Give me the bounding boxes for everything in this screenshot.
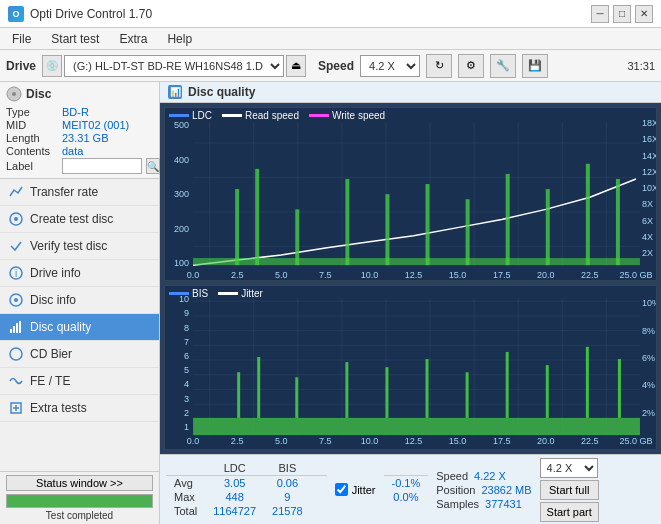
svg-rect-21 (345, 179, 349, 265)
disc-info-icon (8, 292, 24, 308)
save-button[interactable]: 💾 (522, 54, 548, 78)
content-area: 📊 Disc quality LDC Read speed (160, 82, 661, 524)
bottom-chart-legend: BIS Jitter (169, 288, 263, 299)
svg-text:2: 2 (184, 408, 189, 418)
status-window-button[interactable]: Status window >> (6, 475, 153, 491)
svg-text:8: 8 (184, 323, 189, 333)
disc-label-row: Label 🔍 (6, 158, 153, 174)
svg-text:8X: 8X (642, 199, 653, 209)
menu-start-test[interactable]: Start test (47, 31, 103, 47)
drive-select[interactable]: (G:) HL-DT-ST BD-RE WH16NS48 1.D3 (64, 55, 284, 77)
speed-controls: 4.2 X Start full Start part (540, 458, 599, 522)
disc-contents-row: Contents data (6, 145, 153, 157)
start-full-button[interactable]: Start full (540, 480, 599, 500)
quality-speed-select[interactable]: 4.2 X (540, 458, 598, 478)
start-part-button[interactable]: Start part (540, 502, 599, 522)
nav-cd-bier-label: CD Bier (30, 347, 72, 361)
svg-text:2%: 2% (642, 408, 655, 418)
nav-verify-test-disc[interactable]: Verify test disc (0, 233, 159, 260)
nav-transfer-rate[interactable]: Transfer rate (0, 179, 159, 206)
stats-avg-label: Avg (166, 476, 205, 491)
menu-file[interactable]: File (8, 31, 35, 47)
svg-rect-26 (546, 189, 550, 265)
svg-text:6: 6 (184, 351, 189, 361)
bottom-chart: BIS Jitter (164, 285, 657, 449)
main-layout: Disc Type BD-R MID MEIT02 (001) Length 2… (0, 82, 661, 524)
svg-text:4X: 4X (642, 232, 653, 242)
stats-total-bis: 21578 (264, 504, 311, 518)
disc-label-btn[interactable]: 🔍 (146, 158, 160, 174)
svg-rect-58 (237, 373, 240, 419)
jitter-stats-table: -0.1% 0.0% (384, 473, 429, 506)
jitter-legend-color (218, 292, 238, 295)
svg-text:5.0: 5.0 (275, 270, 288, 280)
nav-fe-te-label: FE / TE (30, 374, 70, 388)
svg-text:25.0 GB: 25.0 GB (619, 437, 652, 447)
create-test-disc-icon (8, 211, 24, 227)
menu-help[interactable]: Help (163, 31, 196, 47)
status-bar: Status window >> Test completed (0, 471, 159, 524)
disc-label-input[interactable] (62, 158, 142, 174)
disc-header-icon (6, 86, 22, 102)
svg-text:4: 4 (184, 380, 189, 390)
chart-title: Disc quality (188, 85, 255, 99)
position-label: Position (436, 484, 475, 496)
refresh-button[interactable]: ↻ (426, 54, 452, 78)
disc-quality-icon (8, 319, 24, 335)
svg-text:12.5: 12.5 (405, 270, 423, 280)
svg-text:200: 200 (174, 224, 189, 234)
svg-text:100: 100 (174, 258, 189, 268)
stats-col-empty2 (311, 461, 327, 476)
svg-rect-65 (506, 352, 509, 418)
svg-text:10%: 10% (642, 299, 656, 309)
settings-button2[interactable]: 🔧 (490, 54, 516, 78)
stats-total-label: Total (166, 504, 205, 518)
jitter-checkbox[interactable] (335, 483, 348, 496)
drive-info-icon: i (8, 265, 24, 281)
svg-text:3: 3 (184, 394, 189, 404)
svg-rect-68 (618, 359, 621, 418)
svg-text:15.0: 15.0 (449, 437, 467, 447)
stats-col-ldc: LDC (205, 461, 264, 476)
nav-items: Transfer rate Create test disc Verify te… (0, 179, 159, 471)
nav-disc-info-label: Disc info (30, 293, 76, 307)
svg-rect-20 (295, 209, 299, 265)
svg-text:7.5: 7.5 (319, 270, 332, 280)
svg-text:5: 5 (184, 366, 189, 376)
svg-text:2X: 2X (642, 248, 653, 258)
speed-select[interactable]: 4.2 X (360, 55, 420, 77)
nav-fe-te[interactable]: FE / TE (0, 368, 159, 395)
drive-icon: 💿 (42, 55, 62, 77)
svg-rect-9 (13, 326, 15, 333)
nav-create-test-disc[interactable]: Create test disc (0, 206, 159, 233)
disc-type-value: BD-R (62, 106, 89, 118)
settings-button1[interactable]: ⚙ (458, 54, 484, 78)
cd-bier-icon (8, 346, 24, 362)
disc-label-label: Label (6, 160, 58, 172)
nav-disc-quality[interactable]: Disc quality (0, 314, 159, 341)
nav-drive-info[interactable]: i Drive info (0, 260, 159, 287)
svg-text:2.5: 2.5 (231, 270, 244, 280)
bis-legend-color (169, 292, 189, 295)
nav-extra-tests[interactable]: Extra tests (0, 395, 159, 422)
minimize-button[interactable]: ─ (591, 5, 609, 23)
nav-disc-info[interactable]: Disc info (0, 287, 159, 314)
stats-avg-empty (311, 476, 327, 491)
position-val: 23862 MB (481, 484, 531, 496)
nav-cd-bier[interactable]: CD Bier (0, 341, 159, 368)
maximize-button[interactable]: □ (613, 5, 631, 23)
eject-button[interactable]: ⏏ (286, 55, 306, 77)
svg-rect-66 (546, 365, 549, 418)
svg-text:6X: 6X (642, 216, 653, 226)
menu-bar: File Start test Extra Help (0, 28, 661, 50)
svg-rect-24 (466, 199, 470, 265)
extra-tests-icon (8, 400, 24, 416)
svg-rect-10 (16, 323, 18, 333)
disc-type-row: Type BD-R (6, 106, 153, 118)
position-group: Speed 4.22 X Position 23862 MB Samples 3… (436, 470, 531, 510)
menu-extra[interactable]: Extra (115, 31, 151, 47)
close-button[interactable]: ✕ (635, 5, 653, 23)
nav-drive-info-label: Drive info (30, 266, 81, 280)
svg-text:6%: 6% (642, 353, 655, 363)
disc-contents-label: Contents (6, 145, 58, 157)
